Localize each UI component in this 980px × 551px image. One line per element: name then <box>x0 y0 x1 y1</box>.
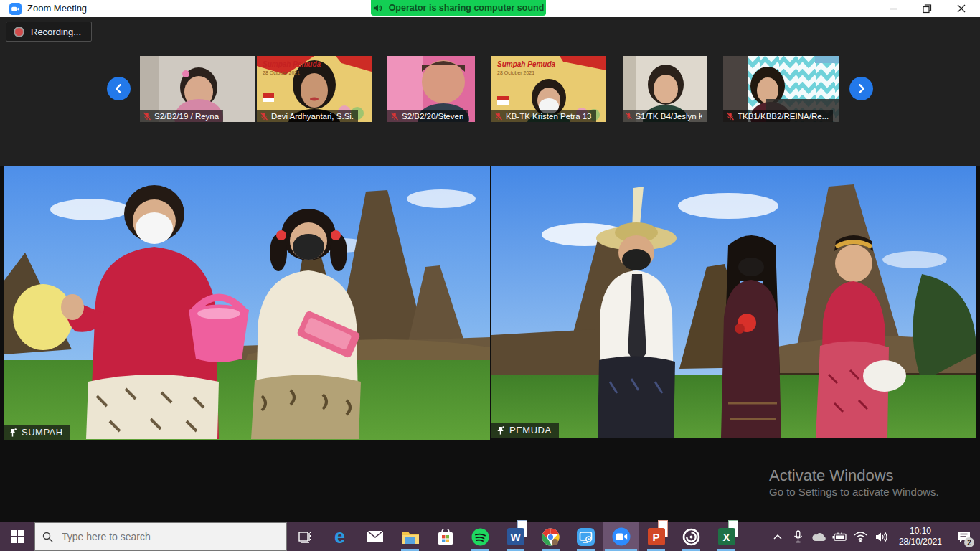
participant-name-bar: S1/TK B4/Jeslyn Keiko <box>623 110 707 122</box>
participant-name: S2/B2/20/Steven <box>402 112 463 121</box>
tray-chevron-up-button[interactable] <box>770 522 786 551</box>
restore-icon <box>923 4 932 14</box>
participant-thumbnail[interactable]: TKB1/KBB2/REINA/Re... <box>723 56 839 122</box>
windows-logo-icon <box>11 530 24 543</box>
word-button[interactable]: W <box>498 522 533 551</box>
participant-thumbnail[interactable]: Sumpah Pemuda 28 October 2021 KB-TK Kris… <box>491 56 606 122</box>
participant-name-bar: S2/B2/19 / Reyna <box>140 110 223 122</box>
windows-taskbar: e W <box>0 522 980 551</box>
tile-name-bar: PEMUDA <box>491 423 559 438</box>
main-video-tile-sumpah[interactable]: SUMPAH <box>4 166 490 440</box>
circle-app-icon <box>682 528 700 546</box>
pin-icon <box>496 425 505 435</box>
microphone-icon <box>793 530 803 543</box>
zoom-app-icon <box>9 3 22 15</box>
muted-mic-icon <box>260 112 268 121</box>
notification-badge: 2 <box>964 537 974 547</box>
spotify-icon <box>471 528 489 546</box>
edge-app-button[interactable]: e <box>322 522 357 551</box>
video-scene-pemuda <box>491 166 976 438</box>
volume-icon <box>875 532 887 542</box>
activate-windows-title: Activate Windows <box>769 466 894 485</box>
muted-mic-icon <box>494 112 503 121</box>
close-button[interactable] <box>947 0 976 17</box>
participant-name: S2/B2/19 / Reyna <box>154 112 219 121</box>
restore-button[interactable] <box>913 0 941 17</box>
recording-label: Recording... <box>31 27 81 37</box>
muted-mic-icon <box>726 112 735 121</box>
spotify-button[interactable] <box>463 522 498 551</box>
clock-date: 28/10/2021 <box>899 537 942 547</box>
tray-microphone-button[interactable] <box>791 522 806 551</box>
search-icon <box>42 532 53 542</box>
poster-text: Sumpah Pemuda 28 October 2021 <box>497 60 555 77</box>
window-title: Zoom Meeting <box>27 3 87 14</box>
poster-text: Sumpah Pemuda 28 October 2021 <box>263 60 321 77</box>
taskbar-search[interactable] <box>34 522 287 551</box>
action-center-button[interactable]: 2 <box>951 522 976 551</box>
onedrive-cloud-icon <box>812 532 826 542</box>
filmstrip-next-button[interactable] <box>849 77 873 100</box>
microsoft-store-icon <box>438 529 453 545</box>
zoom-taskbar-icon <box>612 527 631 546</box>
search-input[interactable] <box>60 530 264 543</box>
task-view-button[interactable] <box>287 522 322 551</box>
powerpoint-icon: P <box>648 528 665 545</box>
excel-icon: X <box>718 528 735 545</box>
main-video-tile-pemuda[interactable]: PEMUDA <box>491 166 976 438</box>
participant-name-bar: Devi Ardhyantari, S.Si. <box>257 110 358 122</box>
participant-thumbnail[interactable]: S1/TK B4/Jeslyn Keiko <box>623 56 707 122</box>
participant-name: Devi Ardhyantari, S.Si. <box>271 112 354 121</box>
pin-icon <box>8 428 17 438</box>
word-icon: W <box>507 528 524 545</box>
chevron-up-icon <box>773 534 782 540</box>
participant-name: S1/TK B4/Jeslyn Keiko <box>636 112 702 121</box>
muted-mic-icon <box>626 112 633 121</box>
tile-name-bar: SUMPAH <box>4 425 70 440</box>
powerpoint-button[interactable]: P <box>639 522 674 551</box>
participant-thumbnail[interactable]: S2/B2/19 / Reyna <box>140 56 255 122</box>
participant-thumbnail[interactable]: S2/B2/20/Steven <box>387 56 475 122</box>
participant-name: KB-TK Kristen Petra 13 <box>506 112 592 121</box>
taskbar-clock[interactable]: 10:10 28/10/2021 <box>895 526 946 547</box>
tray-onedrive-button[interactable] <box>811 522 827 551</box>
participant-name-bar: KB-TK Kristen Petra 13 <box>491 110 596 122</box>
screen-mirror-icon <box>577 528 595 546</box>
tile-label: PEMUDA <box>509 425 552 435</box>
recording-dot-icon <box>14 27 24 37</box>
circle-app-button[interactable] <box>674 522 709 551</box>
chevron-right-icon <box>857 84 866 93</box>
activate-windows-subtitle: Go to Settings to activate Windows. <box>769 486 939 498</box>
file-explorer-icon <box>401 529 420 545</box>
speaker-icon <box>373 4 383 13</box>
file-explorer-button[interactable] <box>392 522 428 551</box>
video-scene-sumpah <box>4 166 490 440</box>
participant-thumbnail[interactable]: Sumpah Pemuda 28 October 2021 Devi Ardhy… <box>257 56 372 122</box>
tray-volume-button[interactable] <box>874 522 890 551</box>
sound-sharing-banner: Operator is sharing computer sound <box>371 0 546 16</box>
muted-mic-icon <box>143 112 151 121</box>
recording-indicator[interactable]: Recording... <box>6 22 92 42</box>
close-icon <box>957 4 966 13</box>
wifi-icon <box>854 532 867 542</box>
task-view-icon <box>298 529 312 544</box>
participant-name-bar: S2/B2/20/Steven <box>387 110 468 122</box>
microsoft-store-button[interactable] <box>428 522 463 551</box>
tray-battery-button[interactable] <box>832 522 848 551</box>
tile-label: SUMPAH <box>22 427 63 438</box>
mail-icon <box>367 530 384 543</box>
participant-name: TKB1/KBB2/REINA/Re... <box>738 112 829 121</box>
excel-button[interactable]: X <box>709 522 744 551</box>
filmstrip-previous-button[interactable] <box>107 77 131 100</box>
minimize-button[interactable] <box>880 0 908 17</box>
screen-mirror-app-button[interactable] <box>568 522 603 551</box>
tray-wifi-button[interactable] <box>853 522 869 551</box>
clock-time: 10:10 <box>899 526 942 537</box>
mail-app-button[interactable] <box>357 522 392 551</box>
start-button[interactable] <box>0 522 34 551</box>
chrome-button[interactable] <box>533 522 568 551</box>
sound-sharing-text: Operator is sharing computer sound <box>389 3 545 13</box>
chevron-left-icon <box>114 84 123 93</box>
minimize-icon <box>890 4 898 13</box>
zoom-taskbar-button[interactable] <box>603 522 639 551</box>
